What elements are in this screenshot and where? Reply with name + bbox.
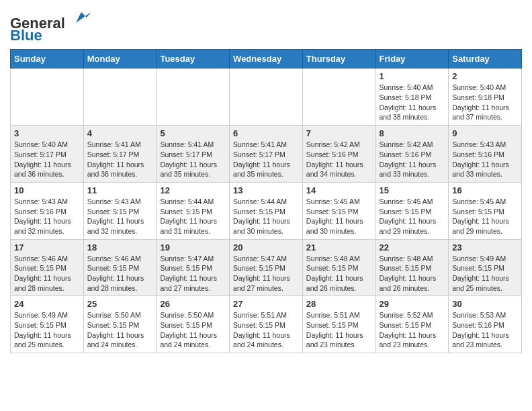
calendar-cell-empty — [157, 68, 230, 126]
day-number: 15 — [380, 185, 445, 195]
day-info: Sunrise: 5:49 AM Sunset: 5:15 PM Dayligh… — [14, 310, 80, 350]
day-info: Sunrise: 5:51 AM Sunset: 5:15 PM Dayligh… — [233, 310, 299, 350]
day-info: Sunrise: 5:44 AM Sunset: 5:15 PM Dayligh… — [233, 197, 299, 236]
calendar-cell-18: 18Sunrise: 5:46 AM Sunset: 5:15 PM Dayli… — [83, 239, 157, 296]
day-number: 4 — [87, 128, 153, 138]
week-row-4: 17Sunrise: 5:46 AM Sunset: 5:15 PM Dayli… — [11, 239, 522, 296]
calendar: SundayMondayTuesdayWednesdayThursdayFrid… — [10, 49, 522, 353]
day-number: 16 — [452, 185, 518, 195]
day-number: 3 — [14, 128, 80, 138]
calendar-cell-24: 24Sunrise: 5:49 AM Sunset: 5:15 PM Dayli… — [11, 296, 84, 353]
day-number: 28 — [306, 299, 372, 309]
day-info: Sunrise: 5:46 AM Sunset: 5:15 PM Dayligh… — [87, 254, 153, 293]
calendar-cell-27: 27Sunrise: 5:51 AM Sunset: 5:15 PM Dayli… — [230, 296, 303, 353]
calendar-cell-2: 2Sunrise: 5:40 AM Sunset: 5:18 PM Daylig… — [449, 68, 522, 126]
day-number: 30 — [452, 299, 518, 309]
day-info: Sunrise: 5:48 AM Sunset: 5:15 PM Dayligh… — [380, 254, 445, 293]
header: General Blue — [10, 7, 522, 44]
calendar-cell-28: 28Sunrise: 5:51 AM Sunset: 5:15 PM Dayli… — [302, 296, 375, 353]
logo-blue: Blue — [10, 27, 42, 44]
day-number: 14 — [306, 185, 372, 195]
weekday-header-row: SundayMondayTuesdayWednesdayThursdayFrid… — [11, 50, 522, 68]
calendar-cell-3: 3Sunrise: 5:40 AM Sunset: 5:17 PM Daylig… — [11, 126, 84, 183]
day-info: Sunrise: 5:41 AM Sunset: 5:17 PM Dayligh… — [160, 140, 226, 179]
calendar-cell-14: 14Sunrise: 5:45 AM Sunset: 5:15 PM Dayli… — [302, 182, 375, 239]
day-info: Sunrise: 5:44 AM Sunset: 5:15 PM Dayligh… — [160, 197, 226, 236]
day-number: 26 — [160, 299, 226, 309]
calendar-cell-20: 20Sunrise: 5:47 AM Sunset: 5:15 PM Dayli… — [230, 239, 303, 296]
day-number: 18 — [87, 242, 153, 253]
calendar-cell-10: 10Sunrise: 5:43 AM Sunset: 5:16 PM Dayli… — [11, 182, 84, 239]
calendar-cell-empty — [302, 68, 375, 126]
day-number: 13 — [233, 185, 299, 195]
day-info: Sunrise: 5:53 AM Sunset: 5:16 PM Dayligh… — [452, 310, 518, 350]
weekday-friday: Friday — [375, 50, 449, 68]
day-number: 5 — [160, 128, 226, 138]
calendar-cell-7: 7Sunrise: 5:42 AM Sunset: 5:16 PM Daylig… — [302, 126, 375, 183]
day-number: 22 — [380, 242, 445, 253]
day-number: 2 — [452, 71, 518, 81]
calendar-cell-23: 23Sunrise: 5:49 AM Sunset: 5:15 PM Dayli… — [449, 239, 522, 296]
day-number: 11 — [87, 185, 153, 195]
calendar-cell-5: 5Sunrise: 5:41 AM Sunset: 5:17 PM Daylig… — [157, 126, 230, 183]
calendar-cell-11: 11Sunrise: 5:43 AM Sunset: 5:15 PM Dayli… — [83, 182, 157, 239]
calendar-cell-13: 13Sunrise: 5:44 AM Sunset: 5:15 PM Dayli… — [230, 182, 303, 239]
day-number: 21 — [306, 242, 372, 253]
day-number: 7 — [306, 128, 372, 138]
day-info: Sunrise: 5:46 AM Sunset: 5:15 PM Dayligh… — [14, 254, 80, 293]
day-number: 20 — [233, 242, 299, 253]
week-row-2: 3Sunrise: 5:40 AM Sunset: 5:17 PM Daylig… — [11, 126, 522, 183]
day-info: Sunrise: 5:40 AM Sunset: 5:17 PM Dayligh… — [14, 140, 80, 179]
weekday-thursday: Thursday — [302, 50, 375, 68]
calendar-cell-8: 8Sunrise: 5:42 AM Sunset: 5:16 PM Daylig… — [375, 126, 449, 183]
day-info: Sunrise: 5:45 AM Sunset: 5:15 PM Dayligh… — [452, 197, 518, 236]
day-info: Sunrise: 5:40 AM Sunset: 5:18 PM Dayligh… — [380, 83, 445, 122]
calendar-cell-6: 6Sunrise: 5:41 AM Sunset: 5:17 PM Daylig… — [230, 126, 303, 183]
weekday-saturday: Saturday — [449, 50, 522, 68]
day-info: Sunrise: 5:43 AM Sunset: 5:15 PM Dayligh… — [87, 197, 153, 236]
calendar-cell-30: 30Sunrise: 5:53 AM Sunset: 5:16 PM Dayli… — [449, 296, 522, 353]
calendar-cell-empty — [230, 68, 303, 126]
day-number: 12 — [160, 185, 226, 195]
day-info: Sunrise: 5:42 AM Sunset: 5:16 PM Dayligh… — [306, 140, 372, 179]
day-info: Sunrise: 5:43 AM Sunset: 5:16 PM Dayligh… — [452, 140, 518, 179]
calendar-cell-12: 12Sunrise: 5:44 AM Sunset: 5:15 PM Dayli… — [157, 182, 230, 239]
day-info: Sunrise: 5:40 AM Sunset: 5:18 PM Dayligh… — [452, 83, 518, 122]
day-info: Sunrise: 5:50 AM Sunset: 5:15 PM Dayligh… — [87, 310, 153, 350]
calendar-cell-25: 25Sunrise: 5:50 AM Sunset: 5:15 PM Dayli… — [83, 296, 157, 353]
day-info: Sunrise: 5:49 AM Sunset: 5:15 PM Dayligh… — [452, 254, 518, 293]
day-number: 29 — [380, 299, 445, 309]
day-info: Sunrise: 5:50 AM Sunset: 5:15 PM Dayligh… — [160, 310, 226, 350]
day-number: 19 — [160, 242, 226, 253]
weekday-tuesday: Tuesday — [157, 50, 230, 68]
calendar-cell-4: 4Sunrise: 5:41 AM Sunset: 5:17 PM Daylig… — [83, 126, 157, 183]
svg-marker-0 — [76, 12, 91, 23]
day-info: Sunrise: 5:47 AM Sunset: 5:15 PM Dayligh… — [160, 254, 226, 293]
calendar-cell-17: 17Sunrise: 5:46 AM Sunset: 5:15 PM Dayli… — [11, 239, 84, 296]
week-row-1: 1Sunrise: 5:40 AM Sunset: 5:18 PM Daylig… — [11, 68, 522, 126]
calendar-cell-15: 15Sunrise: 5:45 AM Sunset: 5:15 PM Dayli… — [375, 182, 449, 239]
day-info: Sunrise: 5:45 AM Sunset: 5:15 PM Dayligh… — [380, 197, 445, 236]
day-number: 17 — [14, 242, 80, 253]
day-info: Sunrise: 5:48 AM Sunset: 5:15 PM Dayligh… — [306, 254, 372, 293]
day-info: Sunrise: 5:47 AM Sunset: 5:15 PM Dayligh… — [233, 254, 299, 293]
day-number: 23 — [452, 242, 518, 253]
day-number: 1 — [380, 71, 445, 81]
day-info: Sunrise: 5:41 AM Sunset: 5:17 PM Dayligh… — [87, 140, 153, 179]
calendar-cell-empty — [11, 68, 84, 126]
calendar-cell-22: 22Sunrise: 5:48 AM Sunset: 5:15 PM Dayli… — [375, 239, 449, 296]
day-info: Sunrise: 5:43 AM Sunset: 5:16 PM Dayligh… — [14, 197, 80, 236]
day-number: 9 — [452, 128, 518, 138]
day-info: Sunrise: 5:42 AM Sunset: 5:16 PM Dayligh… — [380, 140, 445, 179]
day-info: Sunrise: 5:41 AM Sunset: 5:17 PM Dayligh… — [233, 140, 299, 179]
day-info: Sunrise: 5:52 AM Sunset: 5:15 PM Dayligh… — [380, 310, 445, 350]
day-number: 27 — [233, 299, 299, 309]
page: General Blue SundayMondayTuesdayWednesda… — [0, 0, 532, 363]
day-number: 25 — [87, 299, 153, 309]
calendar-cell-19: 19Sunrise: 5:47 AM Sunset: 5:15 PM Dayli… — [157, 239, 230, 296]
calendar-cell-empty — [83, 68, 157, 126]
day-number: 24 — [14, 299, 80, 309]
logo: General Blue — [10, 7, 92, 44]
week-row-3: 10Sunrise: 5:43 AM Sunset: 5:16 PM Dayli… — [11, 182, 522, 239]
calendar-cell-9: 9Sunrise: 5:43 AM Sunset: 5:16 PM Daylig… — [449, 126, 522, 183]
